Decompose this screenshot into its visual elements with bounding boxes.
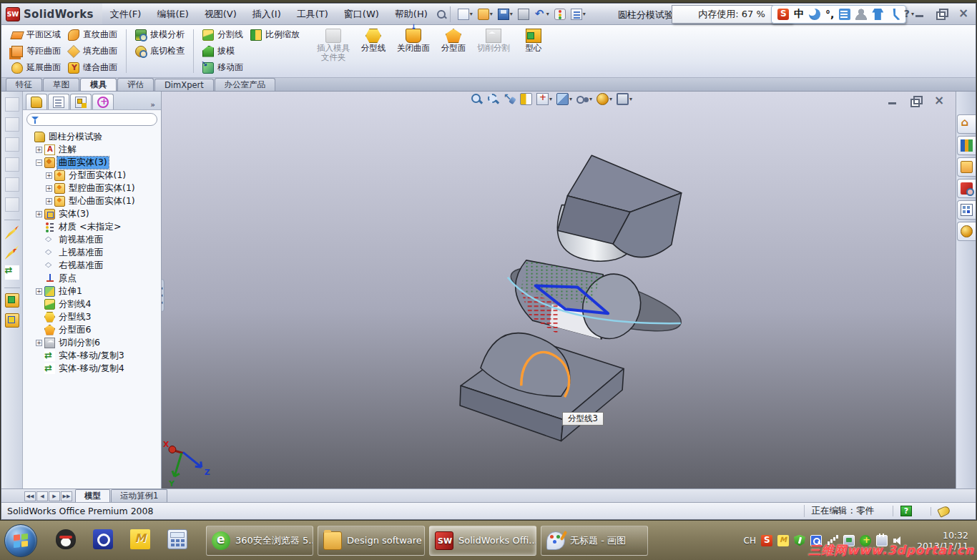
quick-tool-button[interactable]: ▾: [516, 8, 531, 21]
mold-tool-button[interactable]: 分型线: [354, 26, 393, 76]
view-tool-button[interactable]: ▾: [487, 93, 499, 105]
tree-item[interactable]: + 分型面实体(1): [46, 169, 161, 182]
dropdown-arrow-icon[interactable]: ▾: [546, 11, 549, 17]
tree-item[interactable]: 右视基准面: [36, 259, 161, 272]
view-tool-button[interactable]: ▾: [520, 93, 532, 105]
dropdown-arrow-icon[interactable]: ▾: [589, 96, 592, 102]
taskbar-button[interactable]: 无标题 - 画图: [541, 526, 648, 556]
view-tool-button[interactable]: ▾: [596, 93, 612, 105]
tree-item[interactable]: 实体-移动/复制3: [36, 349, 161, 362]
toolbar-button[interactable]: 拔模分析: [132, 26, 187, 43]
task-pane-tab[interactable]: [957, 179, 976, 198]
tree-item[interactable]: + 拉伸1: [36, 285, 161, 298]
left-toolbar-button[interactable]: [5, 177, 19, 195]
window-button[interactable]: [956, 7, 970, 20]
quick-tool-button[interactable]: ▾: [569, 8, 587, 21]
panel-tab[interactable]: [48, 94, 69, 109]
panel-tab[interactable]: [70, 94, 92, 109]
dropdown-arrow-icon[interactable]: ▾: [609, 96, 612, 102]
menu-item[interactable]: 帮助(H): [387, 4, 436, 24]
dropdown-arrow-icon[interactable]: ▾: [569, 96, 572, 102]
tab-nav-button[interactable]: ◀: [36, 491, 48, 501]
dropdown-arrow-icon[interactable]: ▾: [490, 11, 493, 17]
expand-toggle[interactable]: −: [36, 159, 42, 166]
graphics-viewport[interactable]: X Y Z ▾ ▾ ▾: [162, 92, 956, 488]
tree-item[interactable]: 上视基准面: [36, 246, 161, 259]
view-tool-button[interactable]: ▾: [471, 93, 483, 105]
left-toolbar-button[interactable]: [5, 245, 19, 262]
ime-button[interactable]: [855, 9, 867, 20]
mold-tool-button[interactable]: 关闭曲面: [394, 26, 433, 76]
model-tab[interactable]: 运动算例1: [111, 489, 167, 502]
tray-icon[interactable]: [777, 535, 789, 546]
tab-nav-button[interactable]: ▶: [49, 491, 60, 501]
toolbar-button[interactable]: 等距曲面: [9, 43, 64, 59]
expand-toggle[interactable]: +: [36, 147, 42, 153]
left-toolbar-button[interactable]: [5, 197, 19, 215]
expand-toggle[interactable]: +: [46, 185, 52, 192]
tree-item[interactable]: 实体-移动/复制4: [36, 362, 161, 375]
left-toolbar-button[interactable]: [5, 225, 19, 242]
ime-button[interactable]: [872, 9, 883, 20]
quick-tool-button[interactable]: ▾: [496, 8, 514, 21]
panel-splitter-handle[interactable]: ◂◂◂: [162, 279, 165, 312]
quick-tool-button[interactable]: ▾: [456, 8, 474, 21]
dropdown-arrow-icon[interactable]: ▾: [470, 11, 473, 17]
tree-item[interactable]: + 型心曲面实体(1): [46, 195, 161, 207]
dropdown-arrow-icon[interactable]: ▾: [549, 96, 552, 102]
left-toolbar-button[interactable]: [5, 293, 19, 310]
mold-tool-button[interactable]: 插入模具文件夹: [314, 26, 353, 76]
menu-item[interactable]: 视图(V): [197, 4, 245, 24]
toolbar-button[interactable]: 分割线: [200, 26, 246, 43]
toolbar-button[interactable]: 比例缩放: [247, 26, 303, 43]
tree-item[interactable]: 原点: [36, 272, 161, 285]
tab-nav-button[interactable]: ◀◀: [24, 491, 36, 501]
task-pane-tab[interactable]: [957, 222, 976, 241]
tree-item[interactable]: + 注解: [36, 143, 161, 156]
taskbar-button[interactable]: SolidWorks Offi...: [429, 526, 536, 556]
left-toolbar-button[interactable]: [5, 97, 19, 114]
view-tool-button[interactable]: ▾: [536, 93, 552, 105]
toolbar-button[interactable]: 平面区域: [9, 26, 64, 43]
document-window-button[interactable]: [908, 94, 923, 107]
command-tab[interactable]: DimXpert: [154, 79, 214, 91]
window-button[interactable]: [934, 7, 948, 20]
left-toolbar-button[interactable]: [5, 157, 19, 175]
command-tab[interactable]: 草图: [43, 78, 79, 91]
view-tool-button[interactable]: ▾: [576, 93, 592, 105]
window-button[interactable]: [913, 7, 927, 20]
left-toolbar-button[interactable]: [5, 137, 19, 154]
tray-icon[interactable]: CH: [744, 536, 756, 546]
tree-item[interactable]: + 切削分割6: [36, 336, 161, 349]
menu-item[interactable]: 窗口(W): [336, 4, 387, 24]
quick-tool-button[interactable]: ▾: [533, 8, 551, 21]
command-tab[interactable]: 特征: [6, 78, 42, 91]
toolbar-button[interactable]: 底切检查: [132, 43, 187, 59]
tree-item[interactable]: 分型面6: [36, 323, 161, 336]
tree-item[interactable]: + 实体(3): [36, 207, 161, 220]
tray-icon[interactable]: [761, 535, 772, 546]
left-toolbar-button[interactable]: [5, 117, 19, 134]
tree-item[interactable]: 分型线3: [36, 310, 161, 323]
command-tab[interactable]: 评估: [117, 78, 154, 91]
tree-filter-input[interactable]: [26, 113, 157, 126]
tray-icon[interactable]: [794, 535, 805, 546]
panel-overflow-chevron[interactable]: »: [147, 100, 158, 109]
panel-tab[interactable]: [26, 94, 47, 109]
menu-item[interactable]: 编辑(E): [149, 4, 196, 24]
command-tab[interactable]: 模具: [80, 78, 117, 91]
command-tab[interactable]: 办公室产品: [215, 78, 276, 91]
toolbar-button[interactable]: 拔模: [200, 43, 246, 59]
quick-tool-button[interactable]: ▾: [476, 8, 494, 21]
expand-toggle[interactable]: +: [46, 198, 52, 205]
task-pane-tab[interactable]: [957, 157, 976, 177]
taskbar-button[interactable]: Design software: [318, 526, 425, 556]
panel-tab[interactable]: [92, 94, 114, 109]
mold-tool-button[interactable]: 切削分割: [474, 26, 513, 76]
ime-button[interactable]: [809, 9, 820, 20]
mold-tool-button[interactable]: 型心: [514, 26, 553, 76]
dropdown-arrow-icon[interactable]: ▾: [510, 11, 513, 17]
tree-item[interactable]: 圆柱分模试验: [26, 130, 161, 143]
quick-launch-button[interactable]: [130, 529, 150, 552]
quick-tool-button[interactable]: ▾: [553, 8, 567, 21]
